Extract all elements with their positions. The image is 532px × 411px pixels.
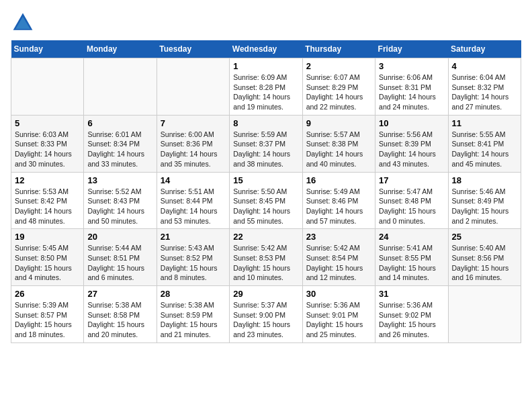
day-number: 25 bbox=[452, 232, 517, 242]
sunset-text: Sunset: 8:50 PM bbox=[15, 254, 67, 262]
sunrise-text: Sunrise: 5:55 AM bbox=[452, 130, 506, 138]
sunrise-text: Sunrise: 5:44 AM bbox=[87, 244, 141, 252]
week-row-4: 19 Sunrise: 5:45 AM Sunset: 8:50 PM Dayl… bbox=[11, 229, 521, 286]
daylight-text: Daylight: 14 hours and 30 minutes. bbox=[15, 150, 72, 168]
sunset-text: Sunset: 8:48 PM bbox=[379, 197, 431, 205]
sunset-text: Sunset: 8:53 PM bbox=[233, 254, 285, 262]
weekday-header-thursday: Thursday bbox=[302, 40, 375, 58]
calendar-cell: 11 Sunrise: 5:55 AM Sunset: 8:41 PM Dayl… bbox=[448, 115, 521, 172]
day-info: Sunrise: 6:03 AM Sunset: 8:33 PM Dayligh… bbox=[15, 130, 80, 169]
day-info: Sunrise: 5:56 AM Sunset: 8:39 PM Dayligh… bbox=[379, 130, 444, 169]
daylight-text: Daylight: 15 hours and 25 minutes. bbox=[306, 320, 363, 338]
day-number: 27 bbox=[87, 289, 152, 299]
daylight-text: Daylight: 14 hours and 27 minutes. bbox=[452, 93, 509, 111]
calendar-cell: 14 Sunrise: 5:51 AM Sunset: 8:44 PM Dayl… bbox=[157, 172, 229, 229]
sunset-text: Sunset: 8:57 PM bbox=[15, 311, 67, 319]
day-number: 18 bbox=[452, 175, 517, 185]
sunset-text: Sunset: 8:56 PM bbox=[452, 254, 504, 262]
calendar-cell: 31 Sunrise: 5:36 AM Sunset: 9:02 PM Dayl… bbox=[375, 286, 448, 343]
day-number: 10 bbox=[379, 118, 444, 128]
sunrise-text: Sunrise: 5:59 AM bbox=[233, 130, 287, 138]
day-info: Sunrise: 5:55 AM Sunset: 8:41 PM Dayligh… bbox=[452, 130, 517, 169]
sunset-text: Sunset: 8:46 PM bbox=[306, 197, 359, 205]
daylight-text: Daylight: 14 hours and 19 minutes. bbox=[233, 93, 290, 111]
sunset-text: Sunset: 8:41 PM bbox=[452, 140, 504, 148]
week-row-2: 5 Sunrise: 6:03 AM Sunset: 8:33 PM Dayli… bbox=[11, 115, 521, 172]
day-number: 12 bbox=[15, 175, 80, 185]
calendar-cell: 25 Sunrise: 5:40 AM Sunset: 8:56 PM Dayl… bbox=[448, 229, 521, 286]
day-info: Sunrise: 5:36 AM Sunset: 9:02 PM Dayligh… bbox=[379, 300, 444, 340]
day-info: Sunrise: 5:51 AM Sunset: 8:44 PM Dayligh… bbox=[161, 187, 226, 226]
week-row-1: 1 Sunrise: 6:09 AM Sunset: 8:28 PM Dayli… bbox=[11, 58, 521, 116]
daylight-text: Daylight: 15 hours and 18 minutes. bbox=[15, 320, 72, 338]
day-info: Sunrise: 5:42 AM Sunset: 8:54 PM Dayligh… bbox=[306, 243, 371, 283]
sunrise-text: Sunrise: 5:51 AM bbox=[161, 187, 214, 195]
day-info: Sunrise: 5:39 AM Sunset: 8:57 PM Dayligh… bbox=[15, 300, 80, 340]
sunrise-text: Sunrise: 5:50 AM bbox=[233, 187, 287, 195]
sunset-text: Sunset: 8:28 PM bbox=[233, 83, 285, 91]
calendar-cell: 20 Sunrise: 5:44 AM Sunset: 8:51 PM Dayl… bbox=[84, 229, 157, 286]
calendar-cell: 10 Sunrise: 5:56 AM Sunset: 8:39 PM Dayl… bbox=[375, 115, 448, 172]
day-info: Sunrise: 5:47 AM Sunset: 8:48 PM Dayligh… bbox=[379, 187, 444, 226]
sunrise-text: Sunrise: 5:37 AM bbox=[233, 301, 287, 309]
sunrise-text: Sunrise: 5:38 AM bbox=[87, 301, 141, 309]
daylight-text: Daylight: 14 hours and 48 minutes. bbox=[15, 207, 72, 225]
day-info: Sunrise: 5:37 AM Sunset: 9:00 PM Dayligh… bbox=[233, 300, 298, 340]
sunset-text: Sunset: 8:42 PM bbox=[15, 197, 67, 205]
day-info: Sunrise: 6:00 AM Sunset: 8:36 PM Dayligh… bbox=[161, 130, 226, 169]
day-info: Sunrise: 6:04 AM Sunset: 8:32 PM Dayligh… bbox=[452, 73, 517, 112]
sunrise-text: Sunrise: 5:39 AM bbox=[15, 301, 69, 309]
sunrise-text: Sunrise: 6:04 AM bbox=[452, 73, 506, 81]
sunrise-text: Sunrise: 5:56 AM bbox=[379, 130, 433, 138]
calendar-cell: 8 Sunrise: 5:59 AM Sunset: 8:37 PM Dayli… bbox=[230, 115, 302, 172]
daylight-text: Daylight: 14 hours and 55 minutes. bbox=[233, 207, 290, 225]
day-info: Sunrise: 5:50 AM Sunset: 8:45 PM Dayligh… bbox=[233, 187, 298, 226]
day-info: Sunrise: 5:53 AM Sunset: 8:42 PM Dayligh… bbox=[15, 187, 80, 226]
day-number: 22 bbox=[233, 232, 298, 242]
sunrise-text: Sunrise: 6:01 AM bbox=[87, 130, 141, 138]
day-info: Sunrise: 5:45 AM Sunset: 8:50 PM Dayligh… bbox=[15, 243, 80, 283]
calendar-cell: 26 Sunrise: 5:39 AM Sunset: 8:57 PM Dayl… bbox=[11, 286, 84, 343]
calendar-cell: 30 Sunrise: 5:36 AM Sunset: 9:01 PM Dayl… bbox=[302, 286, 375, 343]
daylight-text: Daylight: 14 hours and 50 minutes. bbox=[87, 207, 144, 225]
day-number: 29 bbox=[233, 289, 298, 299]
day-number: 17 bbox=[379, 175, 444, 185]
daylight-text: Daylight: 15 hours and 14 minutes. bbox=[379, 264, 436, 282]
calendar-cell: 15 Sunrise: 5:50 AM Sunset: 8:45 PM Dayl… bbox=[230, 172, 302, 229]
sunrise-text: Sunrise: 5:42 AM bbox=[233, 244, 287, 252]
calendar-cell: 18 Sunrise: 5:46 AM Sunset: 8:49 PM Dayl… bbox=[448, 172, 521, 229]
daylight-text: Daylight: 14 hours and 35 minutes. bbox=[161, 150, 218, 168]
week-row-5: 26 Sunrise: 5:39 AM Sunset: 8:57 PM Dayl… bbox=[11, 286, 521, 343]
calendar-cell: 6 Sunrise: 6:01 AM Sunset: 8:34 PM Dayli… bbox=[84, 115, 157, 172]
day-number: 19 bbox=[15, 232, 80, 242]
day-info: Sunrise: 5:52 AM Sunset: 8:43 PM Dayligh… bbox=[87, 187, 152, 226]
day-info: Sunrise: 6:06 AM Sunset: 8:31 PM Dayligh… bbox=[379, 73, 444, 112]
sunset-text: Sunset: 8:44 PM bbox=[161, 197, 213, 205]
sunrise-text: Sunrise: 5:36 AM bbox=[379, 301, 433, 309]
sunset-text: Sunset: 8:39 PM bbox=[379, 140, 431, 148]
sunset-text: Sunset: 8:36 PM bbox=[161, 140, 213, 148]
sunset-text: Sunset: 8:38 PM bbox=[306, 140, 359, 148]
day-number: 23 bbox=[306, 232, 371, 242]
calendar-cell: 23 Sunrise: 5:42 AM Sunset: 8:54 PM Dayl… bbox=[302, 229, 375, 286]
sunrise-text: Sunrise: 5:41 AM bbox=[379, 244, 433, 252]
sunrise-text: Sunrise: 5:53 AM bbox=[15, 187, 69, 195]
day-info: Sunrise: 5:46 AM Sunset: 8:49 PM Dayligh… bbox=[452, 187, 517, 226]
weekday-header-saturday: Saturday bbox=[448, 40, 521, 58]
day-info: Sunrise: 6:01 AM Sunset: 8:34 PM Dayligh… bbox=[87, 130, 152, 169]
calendar-cell: 5 Sunrise: 6:03 AM Sunset: 8:33 PM Dayli… bbox=[11, 115, 84, 172]
sunrise-text: Sunrise: 6:06 AM bbox=[379, 73, 433, 81]
calendar-cell: 4 Sunrise: 6:04 AM Sunset: 8:32 PM Dayli… bbox=[448, 58, 521, 116]
weekday-header-monday: Monday bbox=[84, 40, 157, 58]
sunset-text: Sunset: 8:34 PM bbox=[87, 140, 140, 148]
sunset-text: Sunset: 8:43 PM bbox=[87, 197, 140, 205]
sunset-text: Sunset: 8:37 PM bbox=[233, 140, 285, 148]
sunrise-text: Sunrise: 5:45 AM bbox=[15, 244, 69, 252]
sunrise-text: Sunrise: 6:03 AM bbox=[15, 130, 69, 138]
daylight-text: Daylight: 15 hours and 4 minutes. bbox=[15, 264, 72, 282]
sunrise-text: Sunrise: 5:46 AM bbox=[452, 187, 506, 195]
daylight-text: Daylight: 14 hours and 33 minutes. bbox=[87, 150, 144, 168]
daylight-text: Daylight: 15 hours and 23 minutes. bbox=[233, 320, 290, 338]
sunrise-text: Sunrise: 5:57 AM bbox=[306, 130, 360, 138]
day-number: 1 bbox=[233, 61, 298, 71]
